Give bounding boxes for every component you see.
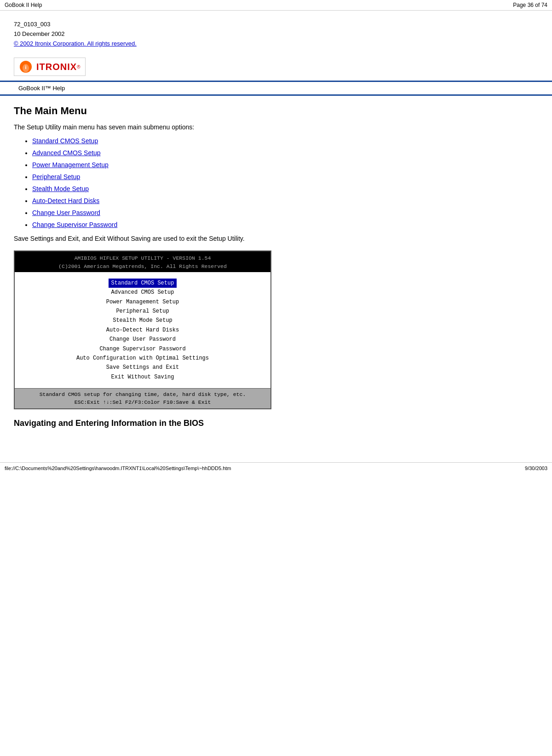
list-item: Change Supervisor Password — [32, 221, 538, 228]
bios-line-4: Stealth Mode Setup — [15, 316, 270, 325]
app-title: GoBook II Help — [5, 2, 42, 8]
list-item: Auto-Detect Hard Disks — [32, 197, 538, 204]
bios-body: Standard CMOS Setup Advanced CMOS Setup … — [15, 272, 270, 388]
logo-box: i ITRONIX ® — [14, 58, 86, 76]
nav-heading: Navigating and Entering Information in t… — [14, 419, 538, 428]
list-item: Stealth Mode Setup — [32, 185, 538, 192]
meta-section: 72_0103_003 10 December 2002 © 2002 Itro… — [0, 11, 552, 53]
bios-footer-line2: ESC:Exit ↑↓:Sel F2/F3:Color F10:Save & E… — [18, 398, 267, 406]
list-item: Peripheral Setup — [32, 173, 538, 180]
list-item: Change User Password — [32, 209, 538, 216]
file-path: file://C:\Documents%20and%20Settings\har… — [5, 465, 231, 471]
bios-header-line2: (C)2001 American Megatrends, Inc. All Ri… — [17, 262, 269, 270]
bios-line-6: Change User Password — [15, 335, 270, 344]
bios-line-8: Auto Configuration with Optimal Settings — [15, 354, 270, 363]
link-standard-cmos[interactable]: Standard CMOS Setup — [32, 137, 98, 145]
list-item: Standard CMOS Setup — [32, 137, 538, 145]
itronix-logo-icon: i — [19, 60, 33, 74]
bios-line-2: Power Management Setup — [15, 297, 270, 307]
bios-line-7: Change Supervisor Password — [15, 344, 270, 354]
bios-screenshot: AMIBIOS HIFLEX SETUP UTILITY - VERSION 1… — [14, 250, 271, 409]
link-change-user-password[interactable]: Change User Password — [32, 209, 100, 216]
link-auto-detect[interactable]: Auto-Detect Hard Disks — [32, 197, 99, 204]
bios-line-3: Peripheral Setup — [15, 307, 270, 316]
bios-line-5: Auto-Detect Hard Disks — [15, 326, 270, 335]
link-advanced-cmos[interactable]: Advanced CMOS Setup — [32, 149, 101, 157]
link-power-management[interactable]: Power Management Setup — [32, 161, 109, 169]
bios-line-1: Advanced CMOS Setup — [15, 288, 270, 297]
copyright-link[interactable]: © 2002 Itronix Corporation. All rights r… — [14, 40, 137, 47]
top-bar: GoBook II Help Page 36 of 74 — [0, 0, 552, 11]
logo-section: i ITRONIX ® — [0, 53, 552, 82]
bios-line-0: Standard CMOS Setup — [15, 279, 270, 288]
link-change-supervisor-password[interactable]: Change Supervisor Password — [32, 221, 117, 228]
copyright: © 2002 Itronix Corporation. All rights r… — [14, 39, 538, 49]
main-content: The Main Menu The Setup Utility main men… — [0, 96, 552, 443]
list-item: Advanced CMOS Setup — [32, 149, 538, 157]
bios-header-line1: AMIBIOS HIFLEX SETUP UTILITY - VERSION 1… — [17, 254, 269, 262]
intro-text: The Setup Utility main menu has seven ma… — [14, 123, 538, 131]
bottom-bar: file://C:\Documents%20and%20Settings\har… — [0, 462, 552, 474]
bios-footer: Standard CMOS setup for changing time, d… — [15, 388, 270, 408]
bios-line-10: Exit Without Saving — [15, 372, 270, 382]
bios-line-9: Save Settings and Exit — [15, 363, 270, 372]
page-heading: The Main Menu — [14, 105, 538, 117]
link-stealth-mode[interactable]: Stealth Mode Setup — [32, 185, 89, 192]
list-item: Power Management Setup — [32, 161, 538, 169]
link-peripheral[interactable]: Peripheral Setup — [32, 173, 80, 180]
bottom-date: 9/30/2003 — [525, 465, 547, 471]
logo-brand: ITRONIX — [36, 62, 77, 72]
save-text: Save Settings and Exit, and Exit Without… — [14, 235, 538, 242]
svg-text:i: i — [25, 64, 26, 70]
page-number: Page 36 of 74 — [513, 2, 547, 8]
bios-footer-line1: Standard CMOS setup for changing time, d… — [18, 390, 267, 398]
bios-header: AMIBIOS HIFLEX SETUP UTILITY - VERSION 1… — [15, 251, 270, 272]
doc-date: 10 December 2002 — [14, 29, 538, 39]
menu-list: Standard CMOS Setup Advanced CMOS Setup … — [14, 137, 538, 228]
logo-subtitle: GoBook II™ Help — [0, 82, 552, 96]
doc-id: 72_0103_003 — [14, 20, 538, 29]
